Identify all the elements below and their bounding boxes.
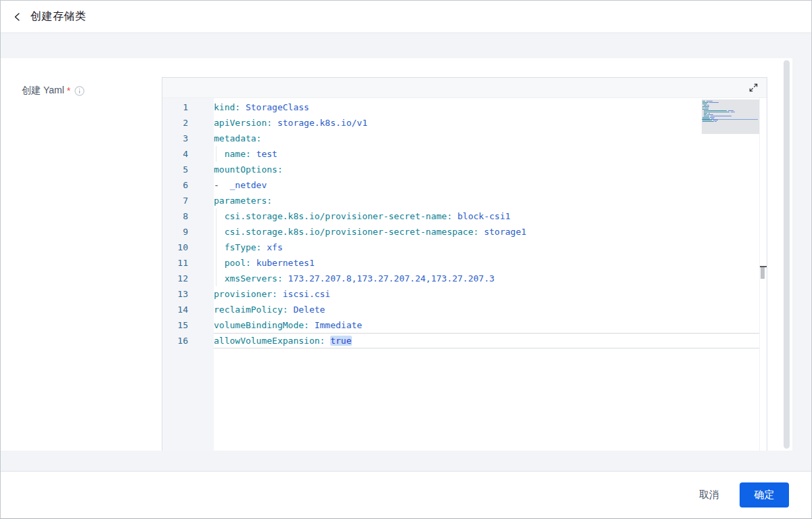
indent-guide (216, 146, 217, 162)
chevron-left-icon (13, 12, 22, 22)
page-background-band (1, 451, 811, 471)
indent-guide (216, 271, 217, 286)
editor-overview-ruler[interactable] (759, 98, 767, 451)
line-number: 4 (162, 146, 214, 162)
line-number: 1 (162, 99, 214, 115)
code-line[interactable]: csi.storage.k8s.io/provisioner-secret-na… (214, 208, 759, 224)
line-number: 7 (162, 193, 214, 208)
page-title: 创建存储类 (30, 9, 87, 24)
editor-minimap (702, 99, 759, 208)
code-line[interactable]: pool: kubernetes1 (214, 255, 759, 271)
line-number: 2 (162, 115, 214, 131)
editor-toolbar (162, 78, 767, 98)
line-number: 5 (162, 162, 214, 177)
line-number: 3 (162, 131, 214, 146)
code-line[interactable]: xmsServers: 173.27.207.8,173.27.207.24,1… (214, 271, 759, 286)
line-number: 15 (162, 317, 214, 333)
code-line[interactable]: provisioner: iscsi.csi (214, 286, 759, 302)
code-line[interactable]: - _netdev (214, 177, 759, 193)
page-header: 创建存储类 (1, 1, 811, 33)
expand-icon (748, 83, 759, 93)
code-line[interactable]: fsType: xfs (214, 240, 759, 255)
page-background-band (1, 33, 811, 58)
editor-code-area[interactable]: kind: StorageClassapiVersion: storage.k8… (214, 98, 759, 451)
line-number: 14 (162, 302, 214, 317)
line-number: 11 (162, 255, 214, 271)
code-line[interactable]: allowVolumeExpansion: true (214, 333, 759, 348)
info-icon[interactable] (74, 86, 85, 96)
minimap-slider[interactable] (702, 99, 759, 134)
editor-line-number-gutter: 12345678910111213141516 (162, 98, 214, 451)
minimap-current-line-marker (702, 119, 758, 120)
code-line[interactable]: reclaimPolicy: Delete (214, 302, 759, 317)
line-number: 9 (162, 224, 214, 240)
cancel-button[interactable]: 取消 (699, 489, 719, 501)
back-button[interactable] (10, 9, 25, 24)
indent-guide (216, 255, 217, 271)
indent-guide (216, 224, 217, 240)
expand-fullscreen-button[interactable] (746, 81, 760, 95)
page-scrollbar-thumb[interactable] (784, 60, 790, 449)
code-line[interactable]: csi.storage.k8s.io/provisioner-secret-na… (214, 224, 759, 240)
code-line[interactable]: name: test (214, 146, 759, 162)
confirm-button[interactable]: 确定 (740, 482, 789, 507)
dialog-footer: 取消 确定 (1, 471, 811, 518)
code-line[interactable]: metadata: (214, 131, 759, 146)
yaml-field-label-row: 创建 Yaml * (22, 85, 85, 97)
indent-guide (216, 208, 217, 224)
code-line[interactable]: volumeBindingMode: Immediate (214, 317, 759, 333)
code-line[interactable]: kind: StorageClass (214, 99, 759, 115)
yaml-editor: 12345678910111213141516 kind: StorageCla… (162, 77, 767, 451)
yaml-field-label: 创建 Yaml (22, 85, 64, 97)
page-background-right (792, 58, 811, 451)
line-number: 12 (162, 271, 214, 286)
code-line[interactable]: parameters: (214, 193, 759, 208)
required-asterisk: * (67, 85, 70, 96)
create-storage-class-dialog: 创建存储类 创建 Yaml * (0, 0, 812, 519)
overview-scrollbar-thumb[interactable] (761, 267, 765, 279)
line-number: 13 (162, 286, 214, 302)
code-line[interactable]: mountOptions: (214, 162, 759, 177)
line-number: 8 (162, 208, 214, 224)
line-number: 10 (162, 240, 214, 255)
line-number: 6 (162, 177, 214, 193)
line-number: 16 (162, 333, 214, 348)
code-line[interactable]: apiVersion: storage.k8s.io/v1 (214, 115, 759, 131)
indent-guide (216, 240, 217, 255)
